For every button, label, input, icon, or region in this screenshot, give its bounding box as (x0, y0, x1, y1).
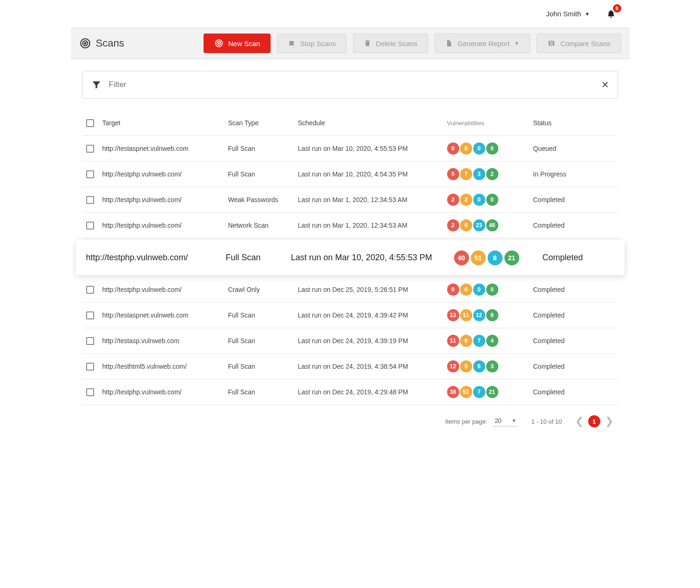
cell-vulnerabilities: 0000 (447, 284, 529, 296)
compare-scans-button[interactable]: Compare Scans (537, 34, 621, 53)
notifications-badge: 9 (613, 4, 621, 13)
table-row[interactable]: http://testphp.vulnweb.com/Full ScanLast… (76, 240, 625, 275)
severity-pill: 0 (473, 194, 485, 206)
page-title: Scans (96, 37, 124, 49)
svg-rect-6 (290, 41, 294, 45)
table-row[interactable]: http://testphp.vulnweb.com/Weak Password… (82, 187, 618, 213)
severity-pill: 21 (504, 250, 519, 265)
button-label: Compare Scans (560, 40, 611, 47)
severity-pill: 9 (460, 335, 472, 347)
trash-icon (364, 39, 371, 47)
severity-pill: 7 (473, 386, 485, 398)
row-checkbox[interactable] (86, 222, 94, 230)
row-checkbox[interactable] (86, 388, 94, 396)
pagination-range: 1 - 10 of 10 (531, 418, 562, 425)
caret-down-icon: ▼ (585, 11, 590, 17)
severity-pill: 40 (454, 250, 469, 265)
delete-scans-button[interactable]: Delete Scans (353, 34, 428, 53)
cell-vulnerabilities: 1311126 (447, 309, 529, 321)
cell-target: http://testphp.vulnweb.com/ (102, 286, 228, 293)
severity-pill: 6 (473, 360, 485, 372)
table-row[interactable]: http://testphp.vulnweb.com/Full ScanLast… (82, 162, 618, 187)
row-checkbox[interactable] (86, 311, 94, 319)
button-label: New Scan (228, 40, 260, 47)
row-checkbox[interactable] (86, 286, 94, 294)
severity-pill: 11 (460, 309, 472, 321)
stop-scans-button[interactable]: Stop Scans (277, 34, 347, 53)
cell-target: http://testasp.vulnweb.com (102, 337, 228, 345)
button-label: Delete Scans (376, 40, 417, 47)
cell-scan-type: Full Scan (228, 388, 298, 396)
severity-pill: 7 (473, 335, 485, 347)
cell-scan-type: Full Scan (228, 145, 298, 152)
severity-pill: 3 (486, 360, 498, 372)
table-row[interactable]: http://testaspnet.vulnweb.comFull ScanLa… (82, 136, 618, 162)
generate-report-button[interactable]: Generate Report ▼ (435, 34, 530, 53)
cell-vulnerabilities: 12563 (447, 360, 529, 372)
row-checkbox[interactable] (86, 363, 94, 371)
filter-box: ✕ (82, 71, 618, 99)
toolbar: Scans New Scan Stop Scans Delete Scans G… (71, 28, 630, 59)
caret-down-icon: ▼ (514, 41, 519, 46)
items-per-page-select[interactable]: 20 ▼ (493, 416, 518, 426)
new-scan-button[interactable]: New Scan (204, 34, 271, 53)
row-checkbox[interactable] (86, 170, 94, 178)
top-bar: John Smith ▼ 9 (71, 0, 630, 28)
severity-pill: 2 (460, 194, 472, 206)
severity-pill: 0 (447, 142, 459, 155)
table-row[interactable]: http://testphp.vulnweb.com/Full ScanLast… (82, 379, 618, 405)
cell-target: http://testphp.vulnweb.com/ (102, 196, 228, 203)
cell-scan-type: Full Scan (228, 337, 298, 345)
cell-schedule: Last run on Dec 25, 2019, 5:26:51 PM (298, 286, 447, 293)
button-label: Generate Report (457, 40, 510, 47)
filter-icon (91, 80, 102, 90)
page-button-current[interactable]: 1 (588, 415, 600, 427)
severity-pill: 0 (486, 284, 498, 296)
cell-scan-type: Full Scan (228, 170, 298, 178)
items-per-page-label: Items per page: (445, 418, 487, 425)
severity-pill: 11 (447, 335, 459, 347)
table-header: Target Scan Type Schedule Vulnerabilitie… (82, 110, 618, 136)
table-row[interactable]: http://testphp.vulnweb.com/Crawl OnlyLas… (82, 277, 618, 303)
cell-scan-type: Full Scan (228, 363, 298, 370)
table-row[interactable]: http://testaspnet.vulnweb.comFull ScanLa… (82, 303, 618, 328)
cell-status: Completed (529, 388, 614, 396)
close-icon[interactable]: ✕ (601, 79, 609, 90)
notifications-button[interactable]: 9 (606, 9, 616, 19)
cell-target: http://testphp.vulnweb.com/ (86, 253, 226, 263)
filter-input[interactable] (108, 80, 595, 90)
page-header: Scans (79, 37, 124, 49)
stop-icon (288, 40, 295, 47)
table-row[interactable]: http://testphp.vulnweb.com/Network ScanL… (82, 213, 618, 238)
cell-schedule: Last run on Mar 10, 2020, 4:55:53 PM (298, 145, 447, 152)
user-menu[interactable]: John Smith ▼ (546, 10, 590, 18)
cell-scan-type: Crawl Only (228, 286, 298, 293)
severity-pill: 0 (486, 194, 498, 206)
cell-schedule: Last run on Mar 1, 2020, 12:34:53 AM (298, 222, 447, 229)
table-row[interactable]: http://testhtml5.vulnweb.com/Full ScanLa… (82, 354, 618, 379)
cell-status: Completed (529, 363, 614, 370)
cell-vulnerabilities: 5732 (447, 168, 529, 180)
row-checkbox[interactable] (86, 337, 94, 345)
severity-pill: 2 (447, 194, 459, 206)
cell-target: http://testaspnet.vulnweb.com (102, 311, 228, 319)
cell-schedule: Last run on Mar 10, 2020, 4:54:35 PM (298, 170, 447, 178)
compare-icon (547, 39, 556, 47)
cell-status: In Progress (529, 170, 614, 178)
severity-pill: 5 (447, 168, 459, 180)
row-checkbox[interactable] (86, 196, 94, 204)
cell-vulnerabilities: 3851721 (447, 386, 529, 398)
severity-pill: 0 (460, 142, 472, 155)
next-page-button[interactable]: ❯ (605, 415, 613, 427)
table-row[interactable]: http://testasp.vulnweb.comFull ScanLast … (82, 328, 618, 354)
row-checkbox[interactable] (86, 145, 94, 153)
severity-pill: 6 (486, 309, 498, 321)
cell-status: Completed (538, 253, 614, 263)
prev-page-button[interactable]: ❮ (575, 415, 584, 427)
cell-scan-type: Weak Passwords (228, 196, 298, 203)
select-all-checkbox[interactable] (86, 119, 94, 127)
target-icon (79, 37, 91, 49)
severity-pill: 7 (460, 168, 472, 180)
severity-pill: 38 (447, 386, 459, 398)
cell-vulnerabilities: 2200 (447, 194, 529, 206)
